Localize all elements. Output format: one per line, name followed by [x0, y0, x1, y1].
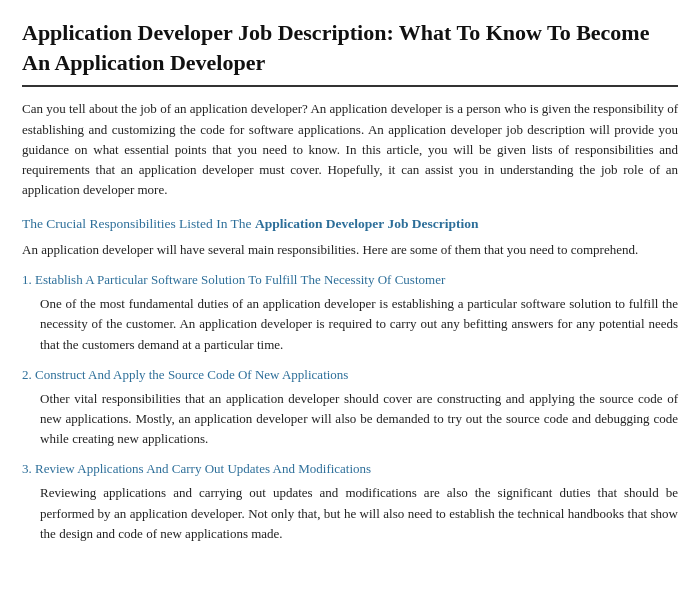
- list-item-heading-3: 3. Review Applications And Carry Out Upd…: [22, 459, 678, 479]
- section-heading: The Crucial Responsibilities Listed In T…: [22, 214, 678, 235]
- title-bold: Application Developer Job Description: [22, 20, 386, 45]
- list-item-body-1: One of the most fundamental duties of an…: [22, 294, 678, 354]
- list-item-heading-1: 1. Establish A Particular Software Solut…: [22, 270, 678, 290]
- section-heading-normal: The Crucial Responsibilities Listed In T…: [22, 216, 255, 231]
- list-item: 1. Establish A Particular Software Solut…: [22, 270, 678, 355]
- responsibilities-list: 1. Establish A Particular Software Solut…: [22, 270, 678, 544]
- list-item-body-3: Reviewing applications and carrying out …: [22, 483, 678, 543]
- page-title: Application Developer Job Description: W…: [22, 18, 678, 87]
- section-intro: An application developer will have sever…: [22, 240, 678, 260]
- section-heading-bold: Application Developer Job Description: [255, 216, 479, 231]
- list-item: 2. Construct And Apply the Source Code O…: [22, 365, 678, 450]
- intro-paragraph: Can you tell about the job of an applica…: [22, 99, 678, 200]
- list-item-heading-2: 2. Construct And Apply the Source Code O…: [22, 365, 678, 385]
- list-item-body-2: Other vital responsibilities that an app…: [22, 389, 678, 449]
- list-item: 3. Review Applications And Carry Out Upd…: [22, 459, 678, 544]
